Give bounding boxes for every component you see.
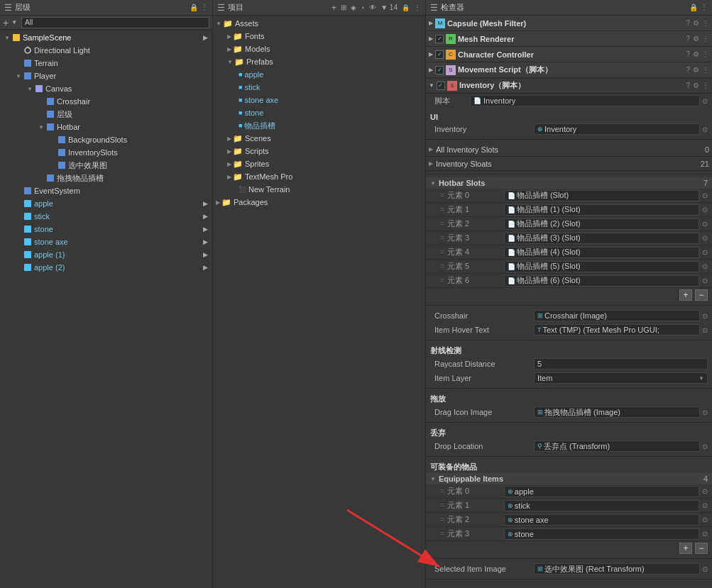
hotbar-target-4[interactable]: ⊙ xyxy=(702,248,708,256)
inspector-more-icon[interactable]: ⋮ xyxy=(701,4,708,11)
hierarchy-add-btn[interactable]: + xyxy=(3,17,9,28)
equip-elem-value-0[interactable]: ⊕ apple xyxy=(504,486,699,497)
raycast-distance-value[interactable]: 5 xyxy=(534,358,708,370)
project-prefabs[interactable]: ▼ 📁 Prefabs xyxy=(213,55,425,68)
movement-checkbox[interactable]: ✓ xyxy=(435,66,444,74)
script-target-icon[interactable]: ⊙ xyxy=(702,97,708,105)
hotbar-subsection-title[interactable]: ▼ Hotbar Slots 7 xyxy=(426,177,712,189)
equip-elem-value-1[interactable]: ⊕ stick xyxy=(504,500,699,511)
capsule-more-icon[interactable]: ⋮ xyxy=(702,19,709,27)
hotbar-elem-value-6[interactable]: 📄 物品插槽 (6) (Slot) xyxy=(504,275,699,287)
hierarchy-menu-icon[interactable]: ☰ xyxy=(4,3,12,13)
project-packages[interactable]: ▶ 📁 Packages xyxy=(213,196,425,209)
apple2-expand[interactable]: ▶ xyxy=(203,264,211,271)
tree-item-canvas[interactable]: Canvas xyxy=(0,82,212,95)
hotbar-target-5[interactable]: ⊙ xyxy=(702,262,708,270)
hotbar-elem-value-3[interactable]: 📄 物品插槽 (3) (Slot) xyxy=(504,233,699,244)
drag-target[interactable]: ⊙ xyxy=(702,409,708,416)
hotbar-elem-value-0[interactable]: 📄 物品插槽 (Slot) xyxy=(504,190,699,201)
mesh-renderer-more[interactable]: ⋮ xyxy=(702,35,709,43)
char-controller-help[interactable]: ? xyxy=(686,50,690,58)
hierarchy-lock-icon[interactable]: 🔒 xyxy=(190,4,198,11)
equippable-subsection-title[interactable]: ▼ Equippable Items 4 xyxy=(426,473,712,484)
tree-item-dragitem[interactable]: 拖拽物品插槽 xyxy=(0,172,212,184)
char-controller-checkbox[interactable]: ✓ xyxy=(435,50,444,59)
stick-expand[interactable]: ▶ xyxy=(203,213,211,220)
inspector-menu-icon[interactable]: ☰ xyxy=(430,3,438,13)
hotbar-target-2[interactable]: ⊙ xyxy=(702,220,708,228)
crosshair-target[interactable]: ⊙ xyxy=(702,312,708,320)
mesh-renderer-settings[interactable]: ⚙ xyxy=(693,35,699,43)
hotbar-elem-value-2[interactable]: 📄 物品插槽 (2) (Slot) xyxy=(504,218,699,230)
inspector-lock-icon[interactable]: 🔒 xyxy=(689,4,698,11)
tree-item-apple[interactable]: apple ▶ xyxy=(0,197,212,210)
stone-axe-expand[interactable]: ▶ xyxy=(203,238,211,245)
selected-item-value[interactable]: ⊞ 选中效果图 (Rect Transform) xyxy=(534,563,700,575)
inventory-help[interactable]: ? xyxy=(686,82,690,89)
equip-target-3[interactable]: ⊙ xyxy=(702,530,708,538)
hover-text-target[interactable]: ⊙ xyxy=(702,326,708,334)
tree-item-stone[interactable]: stone ▶ xyxy=(0,223,212,235)
equip-target-2[interactable]: ⊙ xyxy=(702,516,708,523)
tree-item-eventsystem[interactable]: EventSystem xyxy=(0,184,212,197)
project-add-btn[interactable]: + xyxy=(332,2,337,13)
canvas-arrow[interactable] xyxy=(26,84,34,93)
mesh-renderer-header[interactable]: ▶ ✓ R Mesh Renderer ? ⚙ ⋮ xyxy=(426,31,712,47)
project-assets[interactable]: ▼ 📁 Assets xyxy=(213,17,425,30)
tree-item-sample-scene[interactable]: SampleScene ▶ xyxy=(0,31,212,44)
all-slots-header[interactable]: ▶ All Inventory Slots 0 xyxy=(426,143,712,157)
project-sprites[interactable]: ▶ 📁 Sprites xyxy=(213,157,425,170)
hotbar-target-3[interactable]: ⊙ xyxy=(702,234,708,242)
hotbar-elem-value-5[interactable]: 📄 物品插槽 (5) (Slot) xyxy=(504,261,699,272)
project-stone-prefab[interactable]: ■ stone xyxy=(213,106,425,119)
project-fonts[interactable]: ▶ 📁 Fonts xyxy=(213,30,425,43)
tree-item-seleffect[interactable]: 选中效果图 xyxy=(0,159,212,172)
expand-arrow-scene[interactable] xyxy=(3,33,11,42)
project-scripts[interactable]: ▶ 📁 Scripts xyxy=(213,145,425,157)
project-apple-prefab[interactable]: ■ apple xyxy=(213,68,425,81)
project-icon3[interactable]: ⋆ xyxy=(361,4,365,11)
project-eye-icon[interactable]: 👁 xyxy=(369,4,376,11)
project-stone-axe-prefab[interactable]: ■ stone axe xyxy=(213,94,425,106)
hierarchy-search-input[interactable] xyxy=(21,17,209,28)
hotbar-target-0[interactable]: ⊙ xyxy=(702,192,708,199)
inventory-sloats-header[interactable]: ▶ Inventory Sloats 21 xyxy=(426,157,712,171)
ui-inventory-target[interactable]: ⊙ xyxy=(702,126,708,133)
project-icon2[interactable]: ◈ xyxy=(351,4,356,11)
tree-item-stone-axe[interactable]: stone axe ▶ xyxy=(0,235,212,248)
stone-expand[interactable]: ▶ xyxy=(203,226,211,233)
hotbar-add-btn[interactable]: + xyxy=(679,289,692,301)
hotbar-elem-value-1[interactable]: 📄 物品插槽 (1) (Slot) xyxy=(504,204,699,216)
hierarchy-more-icon[interactable]: ⋮ xyxy=(201,4,208,11)
capsule-settings-icon[interactable]: ⚙ xyxy=(693,19,699,27)
tree-item-player[interactable]: Player xyxy=(0,70,212,82)
apple1-expand[interactable]: ▶ xyxy=(203,251,211,258)
tree-item-apple2[interactable]: apple (2) ▶ xyxy=(0,261,212,274)
hotbar-elem-value-4[interactable]: 📄 物品插槽 (4) (Slot) xyxy=(504,247,699,258)
project-menu-icon[interactable]: ☰ xyxy=(217,3,225,13)
hotbar-remove-btn[interactable]: − xyxy=(695,289,708,301)
script-field-value[interactable]: 📄 Inventory xyxy=(470,95,700,106)
project-more-icon[interactable]: ⋮ xyxy=(414,4,421,11)
hierarchy-dropdown-arrow[interactable]: ▼ xyxy=(11,19,17,26)
movement-settings[interactable]: ⚙ xyxy=(693,66,699,74)
drag-icon-value[interactable]: ⊞ 拖拽物品插槽 (Image) xyxy=(534,406,700,418)
project-item-slot-prefab[interactable]: ■ 物品插槽 xyxy=(213,119,425,132)
hotbar-arrow[interactable] xyxy=(37,123,45,131)
equip-target-1[interactable]: ⊙ xyxy=(702,501,708,509)
mesh-renderer-checkbox[interactable]: ✓ xyxy=(435,35,444,43)
movement-help[interactable]: ? xyxy=(686,66,690,74)
char-controller-more[interactable]: ⋮ xyxy=(702,50,709,58)
capsule-help-icon[interactable]: ? xyxy=(686,19,690,27)
tree-item-bgslots[interactable]: BackgroundSlots xyxy=(0,133,212,146)
crosshair-field-value[interactable]: ⊞ Crosshair (Image) xyxy=(534,310,700,321)
project-lock-icon[interactable]: 🔒 xyxy=(402,4,410,11)
equip-elem-value-2[interactable]: ⊕ stone axe xyxy=(504,514,699,526)
tree-item-terrain[interactable]: Terrain xyxy=(0,57,212,70)
player-arrow[interactable] xyxy=(14,72,23,80)
mesh-renderer-help[interactable]: ? xyxy=(686,35,690,43)
project-stick-prefab[interactable]: ■ stick xyxy=(213,81,425,94)
inventory-settings[interactable]: ⚙ xyxy=(693,82,699,89)
char-controller-header[interactable]: ▶ ✓ C Character Controller ? ⚙ ⋮ xyxy=(426,47,712,62)
drop-target[interactable]: ⊙ xyxy=(702,443,708,450)
